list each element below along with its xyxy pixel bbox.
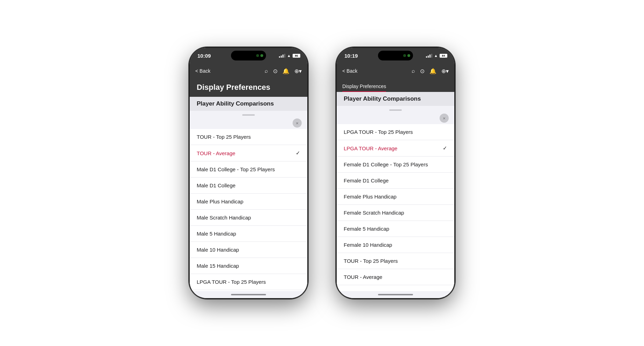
section-title-2: Player Ability Comparisons — [344, 95, 421, 102]
signal-1 — [279, 54, 285, 58]
search-icon-1[interactable]: ⌕ — [265, 68, 268, 74]
list-item-label-1-6: Male 5 Handicap — [197, 231, 236, 237]
nav-bar-1: < Back ⌕ ⊙ 🔔 ⊕▾ — [190, 63, 307, 79]
dynamic-island-1 — [231, 51, 266, 60]
list-item-label-1-1: TOUR - Average — [197, 150, 235, 156]
home-bar-2 — [378, 294, 413, 295]
phone-2: 10:19 ▲ 84 < Back ⌕ ⊙ 🔔 ⊕▾ — [336, 47, 455, 299]
back-button-1[interactable]: < Back — [195, 68, 210, 74]
list-item-2-5[interactable]: Female Scratch Handicap — [337, 205, 454, 221]
nav-bar-2: < Back ⌕ ⊙ 🔔 ⊕▾ — [337, 63, 454, 79]
bar-4 — [284, 54, 285, 58]
list-item-1-1[interactable]: TOUR - Average✓ — [190, 145, 307, 161]
screen-1: 10:09 ▲ 86 < Back ⌕ ⊙ 🔔 ⊕▾ — [190, 48, 307, 298]
list-item-label-2-4: Female Plus Handicap — [344, 194, 397, 200]
list-item-label-1-0: TOUR - Top 25 Players — [197, 134, 251, 140]
list-item-1-2[interactable]: Male D1 College - Top 25 Players — [190, 161, 307, 178]
list-item-label-2-6: Female 5 Handicap — [344, 226, 389, 232]
sheet-handle-area-2 — [337, 106, 454, 114]
list-item-1-5[interactable]: Male Scratch Handicap — [190, 210, 307, 226]
list-item-2-7[interactable]: Female 10 Handicap — [337, 237, 454, 253]
list-item-1-3[interactable]: Male D1 College — [190, 178, 307, 194]
list-item-label-2-0: LPGA TOUR - Top 25 Players — [344, 129, 413, 135]
list-item-1-8[interactable]: Male 15 Handicap — [190, 258, 307, 274]
bar-2-4 — [431, 54, 432, 58]
wifi-icon-2: ▲ — [434, 53, 438, 58]
list-1: TOUR - Top 25 PlayersTOUR - Average✓Male… — [190, 129, 307, 291]
home-bar-1 — [231, 294, 266, 295]
tab-label-2[interactable]: Display Preferences — [342, 84, 386, 92]
sheet-close-row-2: × — [337, 114, 454, 124]
battery-1: 86 — [293, 54, 300, 58]
list-item-label-1-9: LPGA TOUR - Top 25 Players — [197, 279, 266, 285]
sheet-handle-area-1 — [190, 111, 307, 118]
bar-1 — [279, 56, 280, 58]
list-item-2-9[interactable]: TOUR - Average — [337, 269, 454, 285]
add-icon-2[interactable]: ⊕▾ — [441, 68, 449, 74]
list-item-label-1-8: Male 15 Handicap — [197, 263, 239, 269]
sheet-2: × LPGA TOUR - Top 25 PlayersLPGA TOUR - … — [337, 106, 454, 291]
list-item-2-2[interactable]: Female D1 College - Top 25 Players — [337, 157, 454, 173]
list-item-1-7[interactable]: Male 10 Handicap — [190, 242, 307, 258]
list-item-label-2-7: Female 10 Handicap — [344, 242, 392, 248]
list-item-label-1-5: Male Scratch Handicap — [197, 215, 251, 221]
phone-1: 10:09 ▲ 86 < Back ⌕ ⊙ 🔔 ⊕▾ — [189, 47, 308, 299]
bar-2-1 — [426, 56, 427, 58]
list-item-2-6[interactable]: Female 5 Handicap — [337, 221, 454, 237]
list-item-1-0[interactable]: TOUR - Top 25 Players — [190, 129, 307, 145]
signal-2 — [426, 54, 432, 58]
battery-2: 84 — [440, 54, 447, 58]
list-item-2-8[interactable]: TOUR - Top 25 Players — [337, 253, 454, 269]
list-item-label-1-4: Male Plus Handicap — [197, 199, 243, 204]
list-item-label-2-3: Female D1 College — [344, 178, 388, 183]
add-icon-1[interactable]: ⊕▾ — [294, 68, 302, 74]
list-item-1-4[interactable]: Male Plus Handicap — [190, 194, 307, 210]
search-icon-2[interactable]: ⌕ — [412, 68, 415, 74]
list-item-2-4[interactable]: Female Plus Handicap — [337, 189, 454, 205]
di-dot-green-2 — [407, 54, 410, 57]
bar-2 — [281, 56, 282, 58]
list-item-2-1[interactable]: LPGA TOUR - Average✓ — [337, 140, 454, 157]
page-title-1: Display Preferences — [197, 83, 270, 92]
display-pref-tab: Display Preferences — [337, 79, 454, 92]
status-time-2: 10:19 — [344, 53, 358, 59]
close-button-2[interactable]: × — [440, 114, 449, 123]
list-item-label-2-5: Female Scratch Handicap — [344, 210, 404, 216]
list-item-label-2-8: TOUR - Top 25 Players — [344, 258, 398, 264]
section-header-2: Player Ability Comparisons — [337, 92, 454, 106]
nav-icons-1: ⌕ ⊙ 🔔 ⊕▾ — [265, 68, 302, 74]
sheet-handle-2 — [389, 109, 402, 111]
bar-2-3 — [429, 55, 430, 58]
list-item-label-1-7: Male 10 Handicap — [197, 247, 239, 253]
status-time-1: 10:09 — [197, 53, 211, 59]
back-button-2[interactable]: < Back — [342, 68, 357, 74]
bell-icon-1[interactable]: 🔔 — [282, 68, 289, 74]
profile-icon-1[interactable]: ⊙ — [273, 68, 278, 74]
page-header-1: Display Preferences — [190, 79, 307, 97]
bell-icon-2[interactable]: 🔔 — [429, 68, 436, 74]
di-dot-1 — [256, 54, 259, 57]
list-item-label-1-2: Male D1 College - Top 25 Players — [197, 166, 275, 172]
content-2: Display Preferences Player Ability Compa… — [337, 79, 454, 298]
list-item-1-6[interactable]: Male 5 Handicap — [190, 226, 307, 242]
dynamic-island-2 — [378, 51, 413, 60]
bar-3 — [282, 55, 284, 58]
nav-icons-2: ⌕ ⊙ 🔔 ⊕▾ — [412, 68, 449, 74]
home-indicator-2 — [337, 291, 454, 298]
sheet-1: × TOUR - Top 25 PlayersTOUR - Average✓Ma… — [190, 111, 307, 291]
close-button-1[interactable]: × — [293, 118, 302, 128]
sheet-close-row-1: × — [190, 118, 307, 129]
checkmark-1-1: ✓ — [296, 150, 300, 156]
list-item-label-2-2: Female D1 College - Top 25 Players — [344, 161, 428, 167]
profile-icon-2[interactable]: ⊙ — [420, 68, 425, 74]
section-header-1: Player Ability Comparisons — [190, 97, 307, 111]
di-dot-green-1 — [260, 54, 263, 57]
checkmark-2-1: ✓ — [443, 145, 447, 151]
list-item-2-0[interactable]: LPGA TOUR - Top 25 Players — [337, 124, 454, 140]
list-item-2-3[interactable]: Female D1 College — [337, 173, 454, 189]
list-item-1-9[interactable]: LPGA TOUR - Top 25 Players — [190, 274, 307, 290]
wifi-icon-1: ▲ — [287, 53, 291, 58]
sheet-handle-1 — [242, 114, 255, 116]
list-2: LPGA TOUR - Top 25 PlayersLPGA TOUR - Av… — [337, 124, 454, 291]
content-1: Display Preferences Player Ability Compa… — [190, 79, 307, 298]
